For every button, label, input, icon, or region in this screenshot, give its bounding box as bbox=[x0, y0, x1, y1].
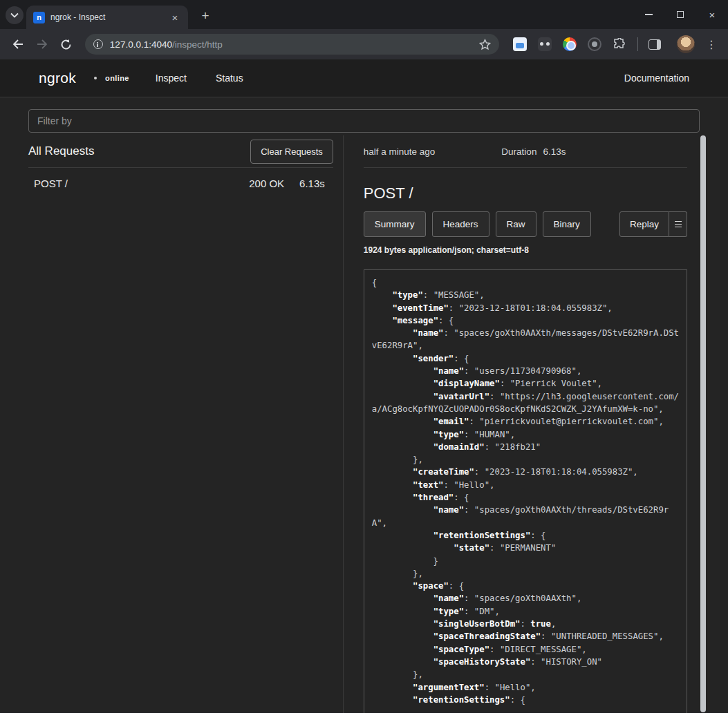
dark-extension-icon bbox=[538, 37, 552, 51]
header-nav: Inspect Status bbox=[156, 73, 243, 84]
request-body-json[interactable]: { "type": "MESSAGE", "eventTime": "2023-… bbox=[364, 269, 687, 713]
requests-panel: All Requests Clear Requests POST / 200 O… bbox=[28, 135, 333, 199]
tab-strip: n ngrok - Inspect × + × bbox=[0, 0, 728, 29]
window-maximize-button[interactable] bbox=[664, 0, 696, 29]
ring-extension-icon bbox=[588, 37, 601, 51]
time-ago-label: half a minute ago bbox=[364, 146, 436, 157]
requests-title: All Requests bbox=[28, 144, 94, 158]
detail-scrollbar[interactable] bbox=[700, 135, 706, 712]
side-panel-button[interactable] bbox=[645, 35, 664, 54]
browser-menu-button[interactable]: ⋮ bbox=[702, 35, 721, 54]
detail-meta-row: half a minute ago Duration 6.13s bbox=[364, 135, 687, 168]
panels: All Requests Clear Requests POST / 200 O… bbox=[0, 135, 728, 713]
blue-extension-icon bbox=[513, 37, 527, 51]
tab-headers[interactable]: Headers bbox=[432, 211, 489, 237]
extensions-area: ⋮ bbox=[510, 35, 721, 54]
documentation-link[interactable]: Documentation bbox=[624, 73, 689, 84]
duration-label: Duration bbox=[501, 146, 536, 157]
back-arrow-icon bbox=[12, 39, 24, 50]
extension-icon-4[interactable] bbox=[585, 35, 604, 54]
replay-split-button: Replay bbox=[619, 211, 687, 237]
chevron-down-icon bbox=[10, 12, 19, 18]
request-method-path: POST / bbox=[34, 178, 68, 189]
url-path: /inspect/http bbox=[172, 39, 223, 50]
new-tab-button[interactable]: + bbox=[196, 7, 214, 25]
extensions-menu-button[interactable] bbox=[610, 35, 629, 54]
replay-menu-button[interactable] bbox=[669, 211, 687, 237]
replay-button[interactable]: Replay bbox=[619, 211, 669, 237]
extension-icon-1[interactable] bbox=[510, 35, 530, 54]
detail-title: POST / bbox=[364, 184, 687, 202]
tab-raw[interactable]: Raw bbox=[496, 211, 536, 237]
ngrok-logo[interactable]: ngrok bbox=[39, 70, 76, 86]
tab-title: ngrok - Inspect bbox=[50, 12, 169, 22]
puzzle-piece-icon bbox=[613, 38, 626, 50]
address-bar[interactable]: 127.0.0.1:4040/inspect/http bbox=[85, 34, 499, 55]
clear-requests-button[interactable]: Clear Requests bbox=[250, 140, 333, 164]
ngrok-header: ngrok online Inspect Status Documentatio… bbox=[0, 59, 728, 97]
forward-arrow-icon bbox=[36, 39, 48, 50]
filter-input[interactable] bbox=[28, 109, 700, 133]
url-host: 127.0.0.1:4040 bbox=[110, 39, 172, 50]
window-controls: × bbox=[633, 0, 728, 29]
browser-window: n ngrok - Inspect × + × bbox=[0, 0, 728, 713]
profile-avatar[interactable] bbox=[677, 35, 695, 53]
forward-button[interactable] bbox=[31, 33, 53, 55]
status-badge: online bbox=[105, 74, 129, 82]
detail-panel: half a minute ago Duration 6.13s POST / … bbox=[343, 135, 700, 713]
browser-toolbar: 127.0.0.1:4040/inspect/http ⋮ bbox=[0, 29, 728, 59]
tab-binary[interactable]: Binary bbox=[543, 211, 591, 237]
request-duration: 6.13s bbox=[299, 178, 325, 189]
side-panel-icon bbox=[648, 39, 661, 50]
ngrok-favicon-icon: n bbox=[33, 12, 45, 23]
status-dot-icon bbox=[94, 77, 97, 79]
maximize-icon bbox=[677, 11, 684, 18]
window-close-button[interactable]: × bbox=[696, 0, 728, 29]
detail-tabs: Summary Headers Raw Binary Replay bbox=[364, 211, 687, 237]
minimize-icon bbox=[645, 14, 653, 15]
window-minimize-button[interactable] bbox=[633, 0, 664, 29]
extension-icon-3[interactable] bbox=[560, 35, 579, 54]
nav-item-status[interactable]: Status bbox=[216, 73, 243, 84]
nav-item-inspect[interactable]: Inspect bbox=[156, 73, 187, 84]
request-row[interactable]: POST / 200 OK 6.13s bbox=[28, 168, 333, 199]
content-meta: 1924 bytes application/json; charset=utf… bbox=[364, 245, 687, 255]
refresh-button[interactable] bbox=[55, 33, 77, 55]
tab-summary[interactable]: Summary bbox=[364, 211, 426, 237]
site-info-icon[interactable] bbox=[93, 39, 103, 49]
back-button[interactable] bbox=[7, 33, 29, 55]
extension-icon-2[interactable] bbox=[535, 35, 554, 54]
page-content: All Requests Clear Requests POST / 200 O… bbox=[0, 97, 728, 712]
url-text: 127.0.0.1:4040/inspect/http bbox=[110, 39, 479, 50]
browser-tab[interactable]: n ngrok - Inspect × bbox=[26, 6, 188, 29]
tab-search-button[interactable] bbox=[6, 6, 24, 24]
bookmark-star-icon[interactable] bbox=[479, 39, 491, 50]
chrome-colored-icon bbox=[563, 37, 577, 51]
tab-close-icon[interactable]: × bbox=[169, 11, 181, 23]
request-status: 200 OK bbox=[249, 178, 284, 189]
duration-group: Duration 6.13s bbox=[501, 146, 566, 157]
toolbar-divider bbox=[637, 37, 638, 51]
menu-lines-icon bbox=[675, 221, 682, 222]
requests-panel-header: All Requests Clear Requests bbox=[28, 135, 333, 168]
duration-value: 6.13s bbox=[543, 146, 566, 157]
refresh-icon bbox=[60, 39, 72, 50]
